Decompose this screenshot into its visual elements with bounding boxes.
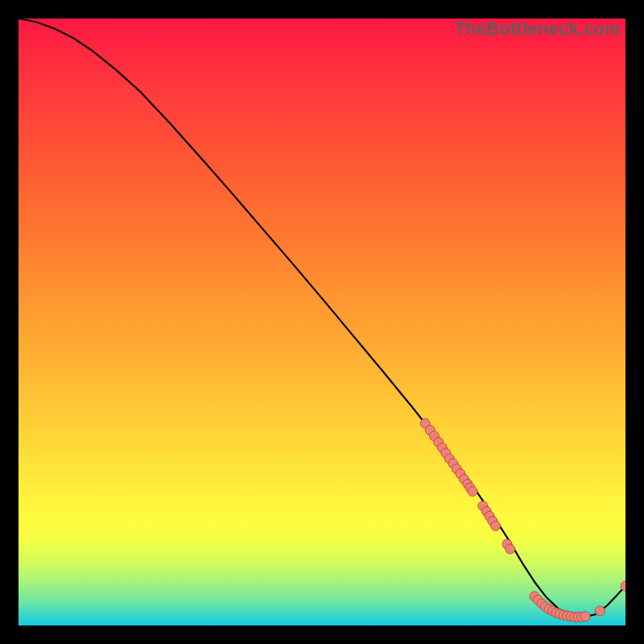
data-point — [468, 486, 477, 496]
watermark-label: TheBottleneck.com — [455, 19, 621, 39]
data-point — [506, 544, 515, 554]
chart-overlay — [19, 19, 625, 625]
data-point — [491, 521, 501, 530]
data-points — [420, 419, 625, 622]
plot-area: TheBottleneck.com — [19, 19, 625, 625]
bottleneck-curve — [19, 19, 625, 617]
frame: TheBottleneck.com — [0, 0, 644, 644]
data-point — [595, 606, 605, 616]
data-point — [580, 612, 590, 621]
